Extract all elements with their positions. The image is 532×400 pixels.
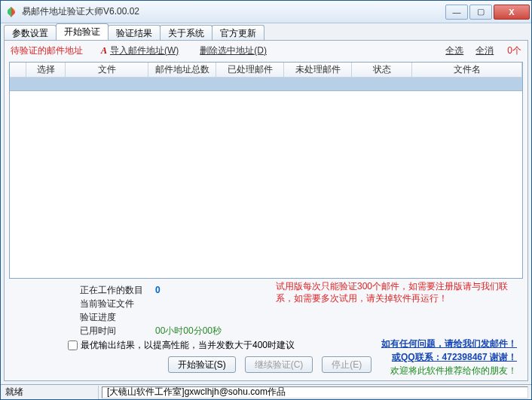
col-processed[interactable]: 已处理邮件 — [216, 63, 284, 77]
list-header: 选择 文件 邮件地址总数 已处理邮件 未处理邮件 状态 文件名 — [10, 63, 522, 78]
continue-verify-button[interactable]: 继续验证(C) — [245, 356, 313, 373]
minimize-button[interactable]: — — [445, 5, 468, 20]
count-label: 0个 — [507, 44, 521, 57]
elapsed-label: 已用时间 — [80, 325, 155, 337]
tab-start[interactable]: 开始验证 — [56, 23, 109, 40]
col-blank[interactable] — [10, 63, 26, 77]
import-addresses-link[interactable]: 导入邮件地址(W) — [110, 44, 179, 57]
titlebar[interactable]: 易邮件地址验证大师V6.00.02 — ▢ X — [1, 1, 531, 23]
select-none-link[interactable]: 全消 — [475, 44, 494, 57]
col-total[interactable]: 邮件地址总数 — [148, 63, 216, 77]
status-ready: 就绪 — [1, 386, 99, 399]
stop-button[interactable]: 停止(E) — [322, 356, 371, 373]
elapsed-value: 00小时00分00秒 — [155, 325, 222, 337]
working-count-label: 正在工作的数目 — [80, 284, 155, 297]
progress-label: 验证进度 — [80, 311, 155, 324]
pending-label: 待验证的邮件地址 — [11, 44, 83, 57]
toolbar: 待验证的邮件地址 A 导入邮件地址(W) 删除选中地址(D) 全选 全消 0个 — [5, 41, 527, 60]
selected-row[interactable] — [10, 78, 522, 91]
start-verify-button[interactable]: 开始验证(S) — [168, 356, 236, 373]
col-filename[interactable]: 文件名 — [412, 63, 522, 77]
select-all-link[interactable]: 全选 — [445, 44, 463, 57]
list-body[interactable] — [10, 78, 522, 278]
col-status[interactable]: 状态 — [352, 63, 412, 77]
status-author: [大镜山软件工作室]gxwclhjh@sohu.com作品 — [102, 386, 528, 398]
font-icon: A — [101, 45, 107, 56]
qq-contact-link[interactable]: 或QQ联系：472398467 谢谢！ — [381, 350, 517, 364]
col-file[interactable]: 文件 — [66, 63, 148, 77]
trial-notice: 试用版每次只能验证300个邮件，如需要注册版请与我们联系，如需要多次试用，请关掉… — [276, 280, 517, 304]
tab-results[interactable]: 验证结果 — [108, 25, 161, 40]
tab-params[interactable]: 参数设置 — [4, 25, 57, 40]
window-controls: — ▢ X — [445, 5, 530, 20]
content-panel: 待验证的邮件地址 A 导入邮件地址(W) 删除选中地址(D) 全选 全消 0个 … — [4, 40, 528, 381]
col-select[interactable]: 选择 — [26, 63, 66, 77]
optimize-output-checkbox[interactable] — [68, 340, 78, 350]
close-button[interactable]: X — [494, 5, 530, 20]
address-list[interactable]: 选择 文件 邮件地址总数 已处理邮件 未处理邮件 状态 文件名 — [9, 62, 523, 279]
tab-about[interactable]: 关于系统 — [160, 25, 212, 40]
current-file-label: 当前验证文件 — [80, 298, 155, 310]
col-unprocessed[interactable]: 未处理邮件 — [284, 63, 352, 77]
status-bar: 就绪 [大镜山软件工作室]gxwclhjh@sohu.com作品 — [1, 384, 531, 399]
maximize-button[interactable]: ▢ — [469, 5, 492, 20]
footer-area: 试用版每次只能验证300个邮件，如需要注册版请与我们联系，如需要多次试用，请关掉… — [5, 280, 527, 380]
recommend-text: 欢迎将此软件推荐给你的朋友！ — [381, 364, 517, 377]
tab-bar: 参数设置 开始验证 验证结果 关于系统 官方更新 — [1, 23, 531, 40]
window-title: 易邮件地址验证大师V6.00.02 — [22, 5, 445, 18]
contact-links: 如有任何问题，请给我们发邮件！ 或QQ联系：472398467 谢谢！ 欢迎将此… — [381, 337, 517, 377]
tab-update[interactable]: 官方更新 — [212, 25, 264, 40]
optimize-output-label: 最优输出结果，以提高性能，当并发数大于400时建议 — [81, 339, 295, 352]
email-us-link[interactable]: 如有任何问题，请给我们发邮件！ — [381, 337, 517, 350]
app-window: 易邮件地址验证大师V6.00.02 — ▢ X 参数设置 开始验证 验证结果 关… — [0, 0, 532, 400]
delete-selected-link[interactable]: 删除选中地址(D) — [200, 44, 267, 57]
working-count-value: 0 — [155, 285, 161, 295]
app-icon — [5, 6, 17, 18]
